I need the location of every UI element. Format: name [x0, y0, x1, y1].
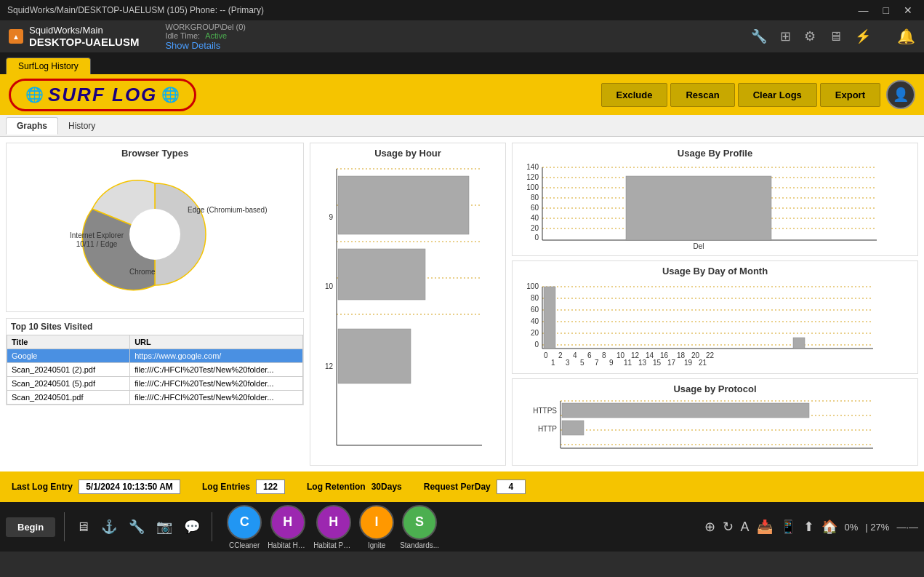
table-row[interactable]: Google https://www.google.com/ [7, 349, 303, 363]
main-content: Browser Types Edge (Chrom [0, 137, 924, 471]
squidworks-icon: ▲ [9, 29, 23, 44]
rescan-button[interactable]: Rescan [670, 83, 734, 107]
taskbar-upload-icon[interactable]: ⬆ [803, 519, 814, 535]
close-button[interactable]: ✕ [899, 3, 917, 17]
last-log-value: 5/1/2024 10:13:50 AM [79, 479, 180, 494]
log-retention-label: Log Retention [307, 482, 366, 492]
workgroup-text: WORKGROUP\Del (0) [165, 23, 246, 31]
svg-text:HTTP: HTTP [538, 425, 557, 433]
svg-text:80: 80 [531, 194, 539, 202]
tab-history[interactable]: History [58, 118, 105, 134]
taskbar-anchor-icon[interactable]: ⚓ [98, 516, 120, 538]
top-sites-section: Top 10 Sites Visited Title URL Google ht… [6, 318, 304, 405]
usage-by-protocol-svg: HTTPS HTTP [517, 397, 880, 455]
export-button[interactable]: Export [820, 83, 880, 107]
workgroup-info: WORKGROUP\Del (0) Idle Time: Active Show… [165, 23, 246, 51]
last-log-label: Last Log Entry [12, 482, 73, 492]
app-habitat-po[interactable]: H [316, 505, 351, 540]
svg-text:8: 8 [602, 351, 606, 359]
app-ccleaner-label: CCleaner [229, 541, 260, 549]
request-per-day-label: Request PerDay [424, 482, 491, 492]
surf-log-logo: 🌐 SURF LOG 🌐 [9, 79, 601, 111]
svg-rect-52 [793, 338, 805, 349]
taskbar-dash: —·— [896, 522, 918, 533]
app-ignite[interactable]: I [359, 505, 394, 540]
request-per-day-value: 4 [497, 479, 526, 494]
taskbar-camera-icon[interactable]: 📷 [153, 516, 175, 538]
usage-by-hour-svg: 9 10 12 [315, 162, 489, 453]
taskbar-wrench-icon[interactable]: 🔧 [126, 516, 148, 538]
taskbar-home-icon[interactable]: 🏠 [821, 519, 837, 535]
app-path: SquidWorks/Main [29, 25, 139, 36]
minimize-button[interactable]: — [854, 3, 873, 17]
table-row[interactable]: Scan_20240501 (5).pdf file:///C:/HFCI%20… [7, 377, 303, 391]
surf-icon-left: 🌐 [25, 86, 44, 103]
svg-rect-51 [544, 287, 555, 349]
svg-text:20: 20 [531, 329, 539, 337]
idle-status: Idle Time: Active [165, 31, 246, 40]
app-group-ccleaner: C CCleaner [227, 505, 262, 549]
taskbar-device-icon[interactable]: 📱 [780, 519, 796, 535]
svg-text:10: 10 [325, 282, 334, 290]
surflog-tab[interactable]: SurfLog History [6, 57, 91, 74]
power-icon[interactable]: ⚡ [855, 28, 871, 44]
log-entries-value: 122 [256, 479, 285, 494]
log-entries-label: Log Entries [202, 482, 250, 492]
app-logo-group: SquidWorks/Main DESKTOP-UAELUSM [29, 25, 139, 48]
surf-icon-right: 🌐 [161, 86, 180, 103]
svg-text:9: 9 [329, 213, 333, 221]
app-ccleaner[interactable]: C [227, 505, 262, 540]
app-habitat-hos[interactable]: H [270, 505, 305, 540]
grid-icon[interactable]: ⊞ [780, 28, 791, 44]
usage-by-hour-section: Usage by Hour 9 10 12 [310, 143, 506, 466]
svg-text:4: 4 [573, 351, 577, 359]
tab-graphs[interactable]: Graphs [6, 117, 58, 135]
site-title: Scan_20240501 (2).pdf [7, 363, 130, 377]
taskbar-chat-icon[interactable]: 💬 [181, 516, 203, 538]
usage-by-day-svg: 100 80 60 40 20 0 0 2 4 6 [517, 279, 880, 367]
start-button[interactable]: Begin [6, 517, 55, 537]
svg-text:100: 100 [526, 183, 539, 191]
site-url: file:///C:/HFCI%20Test/New%20folder... [130, 377, 303, 391]
taskbar-monitor-icon[interactable]: 🖥 [73, 517, 92, 538]
svg-text:17: 17 [667, 359, 676, 367]
log-retention: Log Retention 30Days [307, 482, 402, 492]
svg-text:0: 0 [534, 234, 539, 242]
show-details-link[interactable]: Show Details [165, 40, 246, 51]
avatar: 👤 [886, 80, 915, 109]
svg-rect-83 [562, 403, 809, 418]
exclude-button[interactable]: Exclude [601, 83, 668, 107]
bell-icon[interactable]: 🔔 [897, 28, 915, 45]
taskbar-text-icon[interactable]: A [741, 520, 750, 535]
app-standards[interactable]: S [402, 505, 437, 540]
clear-logs-button[interactable]: Clear Logs [738, 83, 817, 107]
main-toolbar: 🌐 SURF LOG 🌐 Exclude Rescan Clear Logs E… [0, 74, 924, 115]
usage-by-profile-svg: 140 120 100 80 60 40 20 0 Del [517, 162, 880, 249]
taskbar-refresh-icon[interactable]: ↻ [723, 519, 734, 535]
browser-types-title: Browser Types [11, 148, 299, 159]
svg-text:Chrome: Chrome [129, 268, 156, 276]
usage-by-day-title: Usage By Day of Month [517, 266, 913, 276]
taskbar-inbox-icon[interactable]: 📥 [757, 519, 773, 535]
svg-text:10/11 / Edge: 10/11 / Edge [76, 240, 118, 248]
svg-rect-15 [338, 249, 425, 300]
svg-text:80: 80 [531, 294, 539, 302]
svg-rect-13 [338, 176, 469, 234]
taskbar-expand-icon[interactable]: ⊕ [704, 519, 715, 535]
tools-icon[interactable]: 🔧 [751, 28, 767, 44]
donut-container: Edge (Chromium-based) Chrome Internet Ex… [11, 162, 299, 307]
svg-text:HTTPS: HTTPS [533, 407, 557, 415]
svg-rect-17 [338, 329, 411, 383]
settings-icon[interactable]: ⚙ [804, 28, 816, 44]
toolbar-buttons: Exclude Rescan Clear Logs Export [601, 83, 880, 107]
svg-text:13: 13 [638, 359, 647, 367]
svg-text:21: 21 [699, 359, 707, 367]
tab-bar: SurfLog History [0, 52, 924, 74]
table-row[interactable]: Scan_20240501 (2).pdf file:///C:/HFCI%20… [7, 363, 303, 377]
donut-chart-svg: Edge (Chromium-based) Chrome Internet Ex… [82, 169, 228, 300]
svg-rect-85 [562, 421, 584, 435]
maximize-button[interactable]: □ [879, 3, 893, 17]
svg-text:19: 19 [684, 359, 693, 367]
table-row[interactable]: Scan_20240501.pdf file:///C:/HFCI%20Test… [7, 391, 303, 405]
monitor-icon[interactable]: 🖥 [829, 29, 842, 44]
